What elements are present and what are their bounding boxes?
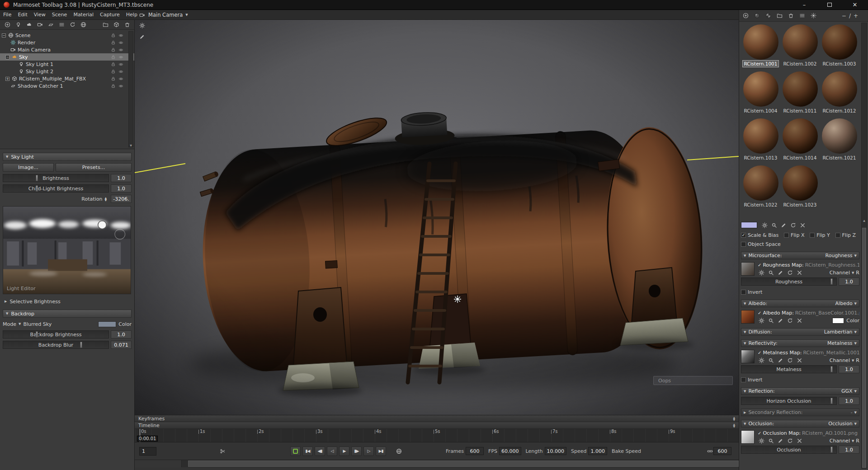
flip-z-checkbox[interactable]: Flip Z [835, 232, 856, 238]
close-icon[interactable] [796, 437, 803, 445]
image-button[interactable]: Image... [3, 163, 54, 172]
material-sphere-thumbnail[interactable] [783, 118, 818, 154]
close-icon[interactable] [799, 221, 806, 229]
add-external-icon[interactable] [80, 21, 87, 28]
material-item[interactable]: RCistern.1011 [780, 71, 820, 114]
material-name[interactable]: RCistern.1021 [821, 155, 858, 161]
horizon-occlusion-value[interactable]: 1.0 [839, 397, 859, 405]
eye-icon[interactable] [118, 69, 123, 74]
normal-map-color-swatch[interactable] [741, 222, 757, 228]
menu-capture[interactable]: Capture [97, 10, 123, 19]
close-icon[interactable] [796, 269, 803, 277]
lock-icon[interactable] [111, 40, 116, 45]
search-icon[interactable] [767, 357, 774, 364]
material-item[interactable]: RCistern.1004 [741, 71, 780, 114]
material-name[interactable]: RCistern.1002 [782, 61, 818, 67]
slider-handle[interactable] [36, 175, 38, 181]
gear-icon[interactable] [761, 221, 768, 229]
material-item[interactable]: RCistern.1013 [741, 118, 780, 161]
eye-icon[interactable] [118, 76, 123, 81]
scale-bias-checkbox[interactable]: ✓Scale & Bias [741, 232, 778, 238]
secondary-reflection-header[interactable]: ▶Secondary Reflection: -▼ [741, 409, 859, 416]
tree-item-render[interactable]: Render [0, 39, 134, 46]
scene-tree-scrollbar[interactable]: ▼ [128, 31, 133, 147]
play-forward-button[interactable]: ▷ [363, 446, 374, 456]
search-icon[interactable] [767, 317, 774, 324]
link-icon[interactable] [706, 447, 713, 455]
collapse-icon[interactable]: − [2, 33, 6, 38]
tree-item-main-camera[interactable]: Main Camera [0, 46, 134, 53]
metalness-slider[interactable]: Metalness [741, 365, 837, 373]
material-sphere-thumbnail[interactable] [822, 71, 857, 107]
skip-to-end-button[interactable]: ▶▮ [376, 446, 386, 456]
viewport-settings-gear-icon[interactable] [138, 22, 146, 29]
slider-handle[interactable] [830, 278, 833, 285]
backdrop-brightness-value[interactable]: 1.0 [111, 330, 132, 338]
lock-icon[interactable] [111, 62, 116, 67]
albedo-mode-select[interactable]: Albedo▼ [835, 301, 857, 306]
slider-handle[interactable] [830, 366, 833, 372]
material-sphere-thumbnail[interactable] [822, 24, 857, 60]
skip-to-start-button[interactable]: ▮◀ [302, 446, 313, 456]
menu-view[interactable]: View [31, 10, 49, 19]
search-icon[interactable] [770, 221, 778, 229]
pencil-icon[interactable] [777, 317, 784, 324]
pencil-icon[interactable] [780, 221, 787, 229]
fps-field[interactable]: 60.000 [499, 447, 521, 455]
material-name[interactable]: RCistern.1004 [743, 108, 779, 114]
map-enabled-check[interactable]: ✓ [758, 263, 761, 268]
refresh-icon[interactable] [789, 221, 797, 229]
next-frame-button[interactable]: ▮▶ [351, 446, 362, 456]
scroll-up-icon[interactable]: ▲ [862, 219, 867, 222]
add-material-icon[interactable] [742, 12, 749, 19]
map-enabled-check[interactable]: ✓ [758, 431, 761, 436]
add-turntable-icon[interactable] [69, 21, 76, 28]
material-sphere-thumbnail[interactable] [783, 165, 818, 201]
material-item[interactable]: RCistern.1001 [741, 24, 780, 67]
eye-icon[interactable] [118, 84, 123, 89]
minimize-button[interactable]: – [798, 1, 810, 8]
selective-brightness-row[interactable]: ▶ Selective Brightness [3, 297, 132, 306]
add-object-icon[interactable] [4, 21, 11, 28]
lock-icon[interactable] [111, 55, 116, 60]
object-space-checkbox[interactable]: Object Space [741, 241, 781, 247]
material-name[interactable]: RCistern.1022 [743, 202, 779, 208]
map-enabled-check[interactable]: ✓ [758, 350, 761, 355]
material-item[interactable]: RCistern.1014 [780, 118, 820, 161]
add-sky-icon[interactable] [25, 21, 33, 28]
load-material-folder-icon[interactable] [776, 12, 783, 19]
add-camera-icon[interactable] [36, 21, 43, 28]
metalness-invert-checkbox[interactable]: Invert [741, 377, 762, 383]
material-name[interactable]: RCistern.1001 [743, 61, 779, 67]
rotation-value[interactable]: -3206. [111, 195, 132, 203]
search-icon[interactable] [767, 269, 774, 277]
add-shadow-catcher-icon[interactable] [47, 21, 54, 28]
material-sphere-thumbnail[interactable] [743, 118, 778, 154]
microsurface-header[interactable]: ▼Microsurface: Roughness▼ [741, 252, 859, 259]
secondary-reflection-mode-select[interactable]: -▼ [851, 409, 857, 415]
material-name[interactable]: RCistern.1011 [782, 108, 818, 114]
material-name[interactable]: RCistern.1003 [821, 61, 858, 67]
globe-icon[interactable] [395, 447, 402, 455]
thumbnail-shrink-icon[interactable]: − [842, 13, 846, 19]
eye-icon[interactable] [118, 62, 123, 67]
reflectivity-mode-select[interactable]: Metalness▼ [827, 340, 857, 346]
expand-icon[interactable]: + [5, 77, 9, 81]
refresh-icon[interactable] [786, 357, 793, 364]
lock-icon[interactable] [111, 47, 116, 52]
microsurface-mode-select[interactable]: Roughness▼ [826, 253, 857, 258]
occlusion-header[interactable]: ▼Occlusion: Occlusion▼ [741, 420, 859, 428]
backdrop-color-swatch[interactable] [98, 321, 116, 327]
viewport-camera-dropdown[interactable]: Main Camera ▼ [138, 10, 188, 20]
material-item[interactable]: RCistern.1012 [820, 71, 859, 114]
gear-icon[interactable] [758, 317, 765, 324]
backdrop-mode-select[interactable]: Blurred Sky [23, 321, 52, 327]
duplicate-icon[interactable] [113, 21, 120, 28]
presets-button[interactable]: Presets... [56, 163, 132, 172]
reflection-header[interactable]: ▼Reflection: GGX▼ [741, 387, 859, 395]
roughness-invert-checkbox[interactable]: Invert [741, 289, 762, 295]
delete-icon[interactable] [123, 21, 131, 28]
menu-material[interactable]: Material [70, 10, 97, 19]
roughness-map-thumbnail[interactable] [741, 262, 755, 276]
refresh-icon[interactable] [786, 269, 793, 277]
